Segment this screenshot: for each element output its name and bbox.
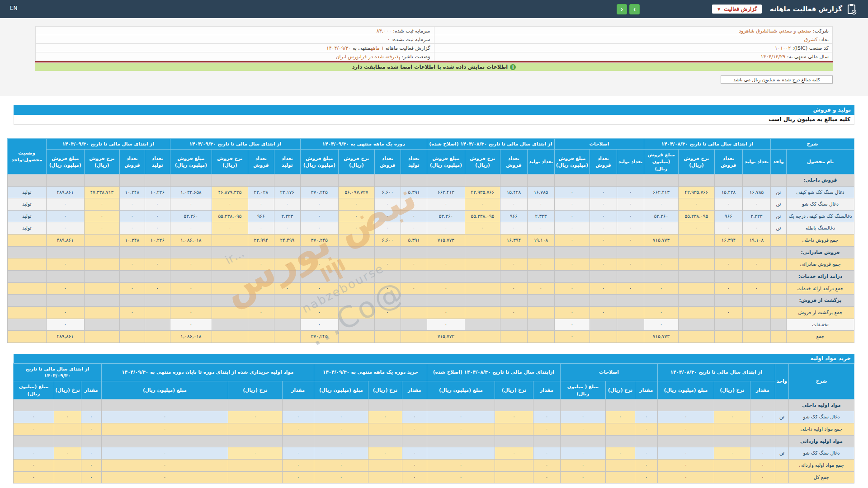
company-info-row: کد صنعت (ISIC): ۱۰۱۰۰۲گزارش فعالیت ماهان…: [36, 44, 833, 52]
column-header: مبلغ فروش (میلیون ریال): [427, 150, 465, 174]
value-cell: ۱۶,۷۸۵: [527, 186, 554, 198]
value-cell: ۰: [119, 282, 145, 295]
column-header: تعداد فروش: [248, 150, 274, 174]
page-title: گزارش فعالیت ماهانه: [770, 5, 842, 13]
company-info-row: نماد: کشرقسرمایه ثبت نشده: ۰: [36, 35, 833, 44]
value-cell: ۰: [13, 471, 54, 483]
column-header: نرخ فروش (ریال): [84, 150, 119, 174]
value-cell: [212, 331, 248, 343]
value-cell: [527, 319, 554, 331]
value-cell: [54, 471, 81, 483]
next-report-button[interactable]: ›: [629, 4, 640, 14]
value-cell: ۰: [590, 210, 617, 222]
value-cell: ۰: [500, 198, 527, 211]
signed-info-banner: i اطلاعات نمایش داده شده با اطلاعات امضا…: [35, 63, 833, 71]
chevron-down-icon: ▼: [717, 7, 721, 12]
value-cell: ۹۶۶: [500, 210, 527, 222]
company-info-section: شرکت: صنعتي و معدني شمالشرق شاهرودسرمایه…: [0, 18, 868, 96]
column-header: مبلغ (میلیون ریال): [13, 381, 54, 399]
value-cell: [590, 174, 617, 186]
column-header: خرید دوره یک ماهه منتهی به ۱۴۰۴/۰۹/۳۰: [314, 363, 427, 381]
value-cell: ۰: [500, 306, 527, 319]
value-cell: [248, 246, 274, 258]
value-cell: [374, 246, 401, 258]
value-cell: ۰: [500, 282, 527, 295]
value-cell: [228, 399, 282, 411]
value-cell: [465, 331, 500, 343]
product-row: ذغال سنگ کک شوتن۰۰۰۰۰۰۰۰۰۰۰۰۰۰۰۰۰۰: [13, 447, 854, 460]
value-cell: [714, 459, 750, 471]
value-cell: ۰: [248, 282, 274, 295]
value-cell: ۰: [46, 306, 84, 319]
value-cell: [465, 246, 500, 258]
product-name-cell: ذغال سنگ کک شو: [787, 198, 854, 211]
value-cell: ۰: [314, 447, 368, 460]
value-cell: ۳۷۰,۲۴۵: [300, 331, 338, 343]
value-cell: ۰: [679, 222, 715, 235]
section-row: مواد اولیه وارداتی: [13, 435, 854, 447]
value-cell: [401, 306, 427, 319]
column-header: نرخ فروش (ریال): [465, 150, 500, 174]
value-cell: ۰: [54, 411, 81, 423]
value-cell: [119, 174, 145, 186]
column-header: شرح: [789, 363, 854, 399]
column-header: مبلغ فروش (میلیون ریال): [170, 150, 212, 174]
value-cell: ۰: [282, 411, 314, 423]
language-switch-en[interactable]: EN: [10, 5, 18, 11]
value-cell: [644, 295, 678, 307]
value-cell: ۰: [274, 282, 300, 295]
value-cell: [338, 282, 374, 295]
value-cell: ۰: [635, 423, 658, 436]
row-label-cell: تخفیفات: [787, 319, 854, 331]
value-cell: [401, 174, 427, 186]
value-cell: [679, 246, 715, 258]
column-header: مبلغ فروش (میلیون ریال): [554, 150, 590, 174]
value-cell: ۴۷,۳۳۸,۷۱۳: [84, 186, 119, 198]
unit-cell: [771, 246, 787, 258]
previous-report-button[interactable]: ‹: [617, 4, 627, 14]
column-header: مبلغ فروش (میلیون ریال): [300, 150, 338, 174]
value-cell: ۰: [374, 282, 401, 295]
value-cell: ۰: [13, 447, 54, 460]
value-cell: [119, 295, 145, 307]
value-cell: [212, 174, 248, 186]
value-cell: ۰: [743, 258, 771, 271]
value-cell: ۵۳,۳۶۰: [427, 210, 465, 222]
value-cell: ۴۸۹,۸۶۱: [46, 331, 84, 343]
value-cell: [170, 174, 212, 186]
value-cell: [714, 471, 750, 483]
value-cell: ۰: [527, 282, 554, 295]
value-cell: ۱۵,۴۲۸: [715, 186, 743, 198]
value-cell: ۰: [644, 306, 678, 319]
unit-cell: [771, 319, 787, 331]
value-cell: [46, 246, 84, 258]
value-cell: [606, 459, 635, 471]
value-cell: ۵۳,۳۶۰: [644, 210, 678, 222]
value-cell: [368, 399, 402, 411]
column-header: نرخ فروش (ریال): [338, 150, 374, 174]
column-header: تعداد تولید: [743, 150, 771, 174]
value-cell: ۱۶,۳۹۴: [500, 235, 527, 247]
value-cell: [617, 331, 644, 343]
unit-cell: [771, 271, 787, 283]
column-header: نرخ فروش (ریال): [679, 150, 715, 174]
value-cell: ۲,۳۲۳: [274, 210, 300, 222]
value-cell: ۰: [84, 222, 119, 235]
value-cell: ۰: [714, 411, 750, 423]
top-bar: گزارش فعالیت ماهانه گزارش فعالیت ▼ › ‹ E…: [0, 0, 868, 18]
report-type-dropdown[interactable]: گزارش فعالیت ▼: [712, 5, 762, 14]
value-cell: ۰: [145, 258, 170, 271]
value-cell: [81, 435, 101, 447]
value-cell: ۰: [170, 222, 212, 235]
value-cell: [402, 435, 427, 447]
value-cell: ۰: [554, 186, 590, 198]
value-cell: [374, 331, 401, 343]
unit-cell: [771, 235, 787, 247]
column-header: تعداد تولید: [617, 150, 644, 174]
company-info-cell: سال مالی منتهی به: ۱۴۰۴/۱۲/۲۹: [434, 52, 833, 61]
value-cell: ۰: [81, 447, 101, 460]
status-cell: [7, 271, 46, 283]
value-cell: [679, 295, 715, 307]
value-cell: [644, 246, 678, 258]
value-cell: [658, 435, 714, 447]
